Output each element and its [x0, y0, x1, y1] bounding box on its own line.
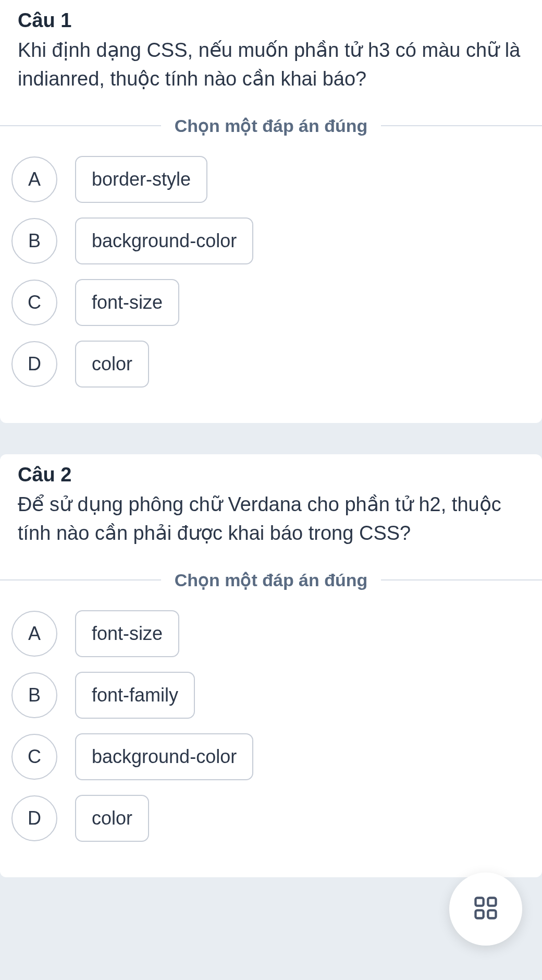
option-b[interactable]: B font-family — [11, 672, 531, 719]
option-label: font-size — [75, 279, 179, 326]
instruction-label: Chọn một đáp án đúng — [161, 115, 381, 136]
option-letter: B — [11, 672, 57, 718]
question-header: Câu 1 Khi định dạng CSS, nếu muốn phần t… — [0, 0, 542, 93]
option-label: color — [75, 795, 149, 842]
divider-line — [381, 125, 542, 126]
option-label: background-color — [75, 217, 253, 264]
option-letter: C — [11, 280, 57, 325]
divider-line — [0, 579, 161, 580]
options-list: A border-style B background-color C font… — [0, 156, 542, 388]
question-text: Để sử dụng phông chữ Verdana cho phần tử… — [18, 490, 524, 548]
option-d[interactable]: D color — [11, 795, 531, 842]
option-c[interactable]: C font-size — [11, 279, 531, 326]
option-letter: A — [11, 156, 57, 202]
option-letter: D — [11, 795, 57, 841]
instruction-divider: Chọn một đáp án đúng — [0, 115, 542, 136]
instruction-label: Chọn một đáp án đúng — [161, 570, 381, 590]
divider-line — [381, 579, 542, 580]
option-a[interactable]: A border-style — [11, 156, 531, 203]
option-label: color — [75, 341, 149, 388]
option-label: background-color — [75, 733, 253, 780]
question-header: Câu 2 Để sử dụng phông chữ Verdana cho p… — [0, 454, 542, 548]
instruction-divider: Chọn một đáp án đúng — [0, 570, 542, 590]
option-letter: D — [11, 341, 57, 387]
question-card: Câu 2 Để sử dụng phông chữ Verdana cho p… — [0, 454, 542, 877]
option-label: border-style — [75, 156, 207, 203]
divider-line — [0, 125, 161, 126]
option-c[interactable]: C background-color — [11, 733, 531, 780]
svg-rect-1 — [488, 898, 496, 906]
options-list: A font-size B font-family C background-c… — [0, 610, 542, 842]
option-label: font-size — [75, 610, 179, 657]
question-title: Câu 2 — [18, 464, 524, 486]
grid-icon — [472, 894, 499, 909]
option-letter: B — [11, 218, 57, 264]
option-letter: A — [11, 611, 57, 657]
question-title: Câu 1 — [18, 9, 524, 32]
question-card: Câu 1 Khi định dạng CSS, nếu muốn phần t… — [0, 0, 542, 423]
option-b[interactable]: B background-color — [11, 217, 531, 264]
option-a[interactable]: A font-size — [11, 610, 531, 657]
option-d[interactable]: D color — [11, 341, 531, 388]
grid-fab-button[interactable] — [449, 873, 522, 909]
option-letter: C — [11, 734, 57, 780]
question-text: Khi định dạng CSS, nếu muốn phần tử h3 c… — [18, 36, 524, 93]
option-label: font-family — [75, 672, 195, 719]
svg-rect-0 — [476, 898, 484, 906]
